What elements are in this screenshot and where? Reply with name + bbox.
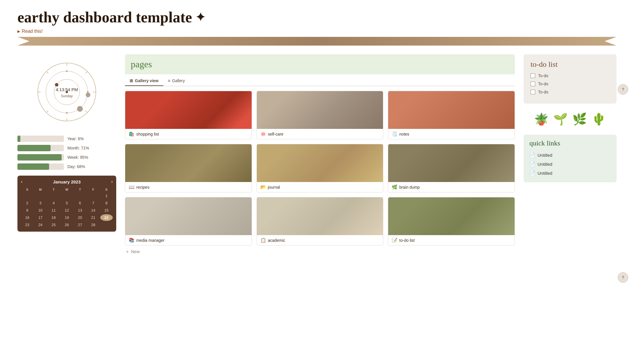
svg-text:Sunday: Sunday xyxy=(61,94,73,98)
card-label: 🪷self-care xyxy=(257,129,383,139)
todo-item[interactable]: To-do xyxy=(531,73,610,78)
card-label: 📖recipes xyxy=(125,182,252,192)
cal-day[interactable]: 27 xyxy=(74,221,86,228)
gallery-card[interactable]: 📝to-do list xyxy=(388,197,515,246)
calendar-next-button[interactable]: › xyxy=(111,179,113,184)
progress-row: Month: 71% xyxy=(17,145,116,151)
cal-day[interactable]: 12 xyxy=(60,207,73,214)
quick-link-item[interactable]: 📄Untitled xyxy=(529,151,611,160)
todo-title: to-do list xyxy=(531,60,610,69)
gallery-card[interactable]: 📖recipes xyxy=(125,144,252,192)
todo-item[interactable]: To-do xyxy=(531,90,610,94)
cal-day[interactable]: 4 xyxy=(47,200,60,206)
cal-day[interactable]: 6 xyxy=(74,200,86,206)
cal-day[interactable]: 15 xyxy=(100,207,113,214)
cal-day-header: M xyxy=(34,187,46,192)
cal-day[interactable]: 14 xyxy=(87,207,99,214)
quick-links-title: quick links xyxy=(529,139,611,147)
add-new-button[interactable]: + New xyxy=(125,246,515,257)
cal-day[interactable]: 18 xyxy=(47,214,60,221)
card-label-text: recipes xyxy=(136,185,149,190)
right-column: to-do list To-doTo-doTo-do 🪴🌱🌿🌵 quick li… xyxy=(524,54,617,182)
pages-header: pages xyxy=(125,54,515,74)
card-label-text: notes xyxy=(399,132,409,136)
card-label-text: journal xyxy=(268,185,280,190)
read-this-toggle[interactable]: ▶ Read this! xyxy=(17,29,617,34)
card-emoji: 🛍️ xyxy=(129,131,135,137)
cal-day[interactable]: 7 xyxy=(87,200,99,206)
cal-day[interactable]: 9 xyxy=(21,207,33,214)
gallery-tab[interactable]: ≡Gallery xyxy=(163,77,190,86)
svg-line-9 xyxy=(46,111,48,112)
gallery-card[interactable]: 🛍️shopping list xyxy=(125,91,252,139)
cal-day[interactable]: 16 xyxy=(21,214,33,221)
card-emoji: 🗒️ xyxy=(392,131,397,137)
cal-day[interactable]: 21 xyxy=(87,214,99,221)
gallery-card[interactable]: 🌿brain dump xyxy=(388,144,515,192)
todo-item-label: To-do xyxy=(538,82,548,86)
gallery-card[interactable]: 📂journal xyxy=(257,144,384,192)
cal-day xyxy=(100,221,113,228)
cal-day[interactable]: 5 xyxy=(60,200,73,206)
cal-day[interactable]: 8 xyxy=(100,200,113,206)
cal-day[interactable]: 3 xyxy=(34,200,46,206)
card-image xyxy=(125,144,252,182)
cal-day[interactable]: 23 xyxy=(21,221,33,228)
plant-emoji: 🌱 xyxy=(553,112,568,126)
cal-day[interactable]: 10 xyxy=(34,207,46,214)
cal-day[interactable]: 20 xyxy=(74,214,86,221)
arrow-icon: ▶ xyxy=(17,29,20,33)
gallery-card[interactable]: 📋academic xyxy=(257,197,384,246)
card-label-text: to-do list xyxy=(399,238,415,243)
cal-day[interactable]: 26 xyxy=(60,221,73,228)
doc-icon: 📄 xyxy=(529,170,535,176)
todo-checkbox[interactable] xyxy=(531,73,535,78)
progress-row: Day: 68% xyxy=(17,163,116,170)
gallery-card[interactable]: 🪷self-care xyxy=(257,91,384,139)
gallery-card[interactable]: 🗒️notes xyxy=(388,91,515,139)
cal-day[interactable]: 11 xyxy=(47,207,60,214)
cal-day[interactable]: 24 xyxy=(34,221,46,228)
add-new-label: New xyxy=(131,249,140,254)
todo-item-label: To-do xyxy=(538,73,548,78)
help-button-top[interactable]: ? xyxy=(618,84,628,95)
svg-point-13 xyxy=(66,112,68,114)
cal-day-header: T xyxy=(47,187,60,192)
cal-day[interactable]: 2 xyxy=(21,200,33,206)
progress-label: Day: 68% xyxy=(67,164,85,169)
gallery-tab[interactable]: ⊞Gallery view xyxy=(125,77,163,86)
clock-widget: 4:13:54 PM Sunday xyxy=(17,54,116,130)
cal-day[interactable]: 17 xyxy=(34,214,46,221)
cal-day[interactable]: 13 xyxy=(74,207,86,214)
cal-day[interactable]: 19 xyxy=(60,214,73,221)
todo-checkbox[interactable] xyxy=(531,90,535,94)
cal-day[interactable]: 22 xyxy=(100,214,113,221)
todo-checkbox[interactable] xyxy=(531,82,535,86)
page-title: earthy dashboard template ✦ xyxy=(17,9,617,26)
pages-title: pages xyxy=(131,59,509,70)
help-button-bottom[interactable]: ? xyxy=(618,272,628,283)
cal-day[interactable]: 25 xyxy=(47,221,60,228)
calendar-grid: SMTWTFS123456789101112131415161718192021… xyxy=(21,187,113,228)
card-emoji: 📂 xyxy=(260,184,266,190)
svg-line-10 xyxy=(85,111,87,112)
card-emoji: 📚 xyxy=(129,237,135,243)
svg-point-15 xyxy=(86,93,90,97)
quick-link-item[interactable]: 📄Untitled xyxy=(529,169,611,178)
todo-item[interactable]: To-do xyxy=(531,82,610,86)
page-container: earthy dashboard template ✦ ▶ Read this! xyxy=(0,0,634,364)
tab-label: Gallery xyxy=(172,78,185,83)
svg-point-16 xyxy=(77,106,83,112)
calendar-prev-button[interactable]: ‹ xyxy=(21,179,22,184)
gallery-card[interactable]: 📚media manager xyxy=(125,197,252,246)
card-image xyxy=(257,91,383,129)
todo-items: To-doTo-doTo-do xyxy=(531,73,610,94)
gallery-grid: 🛍️shopping list🪷self-care🗒️notes📖recipes… xyxy=(125,91,515,246)
cal-day[interactable]: 28 xyxy=(87,221,99,228)
main-layout: 4:13:54 PM Sunday Year: 6%Month: 71%Week… xyxy=(17,54,617,257)
quick-link-item[interactable]: 📄Untitled xyxy=(529,160,611,169)
progress-section: Year: 6%Month: 71%Week: 95%Day: 68% xyxy=(17,136,116,170)
gallery-tabs: ⊞Gallery view≡Gallery xyxy=(125,74,515,86)
cal-day[interactable]: 1 xyxy=(100,192,113,199)
card-emoji: 📖 xyxy=(129,184,135,190)
